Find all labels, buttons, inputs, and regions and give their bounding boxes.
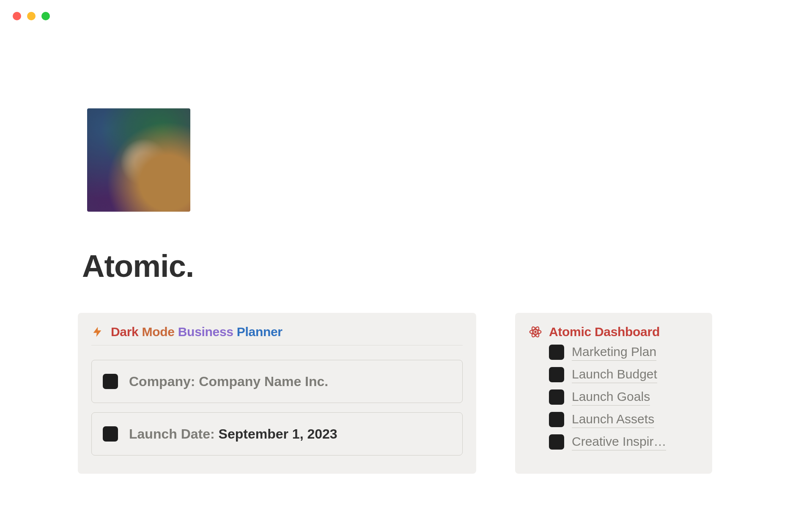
planner-row-value: September 1, 2023 xyxy=(219,426,337,442)
planner-title-word-4: Planner xyxy=(237,325,283,339)
page-icon-placeholder xyxy=(549,412,564,427)
page-icon-placeholder xyxy=(549,389,564,405)
planner-row-label: Company: xyxy=(129,374,195,389)
planner-row-company[interactable]: Company: Company Name Inc. xyxy=(91,360,463,403)
dashboard-title: Atomic Dashboard xyxy=(549,325,660,339)
dashboard-item-label: Creative Inspir… xyxy=(572,433,666,450)
page-icon[interactable] xyxy=(87,108,190,212)
page-icon-placeholder xyxy=(549,345,564,360)
dashboard-item[interactable]: Creative Inspir… xyxy=(549,433,699,450)
svg-point-0 xyxy=(534,331,536,333)
dashboard-item[interactable]: Launch Goals xyxy=(549,388,699,406)
dashboard-header[interactable]: Atomic Dashboard xyxy=(529,325,699,339)
page-icon-placeholder xyxy=(103,426,118,442)
window-close-button[interactable] xyxy=(13,12,21,20)
dashboard-items: Marketing Plan Launch Budget Launch Goal… xyxy=(529,343,699,450)
page-icon-placeholder xyxy=(103,374,118,389)
dashboard-item-label: Launch Budget xyxy=(572,366,657,383)
planner-card: Dark Mode Business Planner Company: Comp… xyxy=(78,313,476,474)
dashboard-item-label: Launch Assets xyxy=(572,411,654,428)
planner-header[interactable]: Dark Mode Business Planner xyxy=(91,325,463,345)
planner-row-value: Company Name Inc. xyxy=(199,374,328,389)
planner-rows: Company: Company Name Inc. Launch Date: … xyxy=(91,360,463,456)
page-icon-placeholder xyxy=(549,367,564,382)
bolt-icon xyxy=(91,325,103,339)
dashboard-item[interactable]: Launch Assets xyxy=(549,411,699,428)
planner-row-label: Launch Date: xyxy=(129,426,215,442)
dashboard-item-label: Launch Goals xyxy=(572,388,650,406)
dashboard-item[interactable]: Launch Budget xyxy=(549,366,699,383)
planner-title-word-3: Business xyxy=(178,325,233,339)
window-zoom-button[interactable] xyxy=(41,12,50,20)
window-traffic-lights xyxy=(13,12,50,20)
dashboard-card: Atomic Dashboard Marketing Plan Launch B… xyxy=(515,313,712,474)
planner-row-text: Company: Company Name Inc. xyxy=(129,374,328,389)
dashboard-item-label: Marketing Plan xyxy=(572,343,656,361)
page-title[interactable]: Atomic. xyxy=(82,248,194,284)
window-minimize-button[interactable] xyxy=(27,12,36,20)
atom-icon xyxy=(529,325,542,339)
planner-row-text: Launch Date: September 1, 2023 xyxy=(129,426,337,442)
page-icon-placeholder xyxy=(549,434,564,450)
planner-title: Dark Mode Business Planner xyxy=(111,325,283,339)
dashboard-item[interactable]: Marketing Plan xyxy=(549,343,699,361)
planner-title-word-1: Dark xyxy=(111,325,139,339)
planner-row-launch-date[interactable]: Launch Date: September 1, 2023 xyxy=(91,412,463,456)
planner-title-word-2: Mode xyxy=(142,325,175,339)
